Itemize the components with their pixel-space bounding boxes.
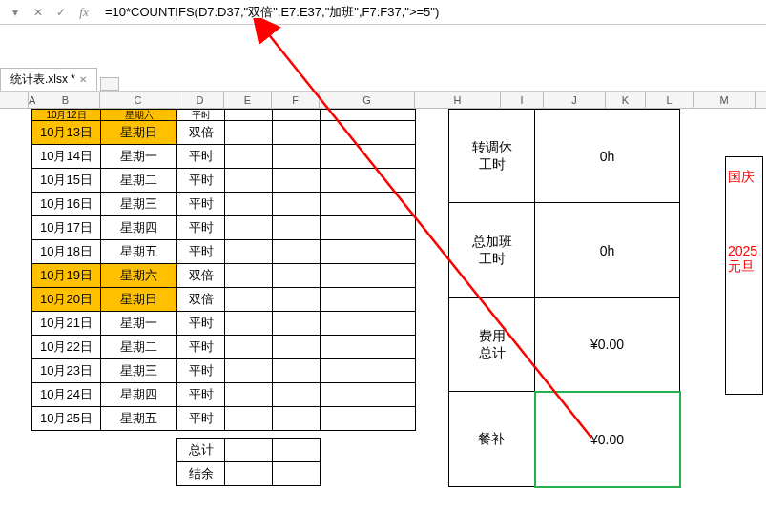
cell[interactable] [273,216,321,240]
cell[interactable] [321,216,416,240]
col-header-I[interactable]: I [501,92,544,108]
cell-date[interactable]: 10月16日 [32,193,101,216]
cell[interactable] [321,169,416,193]
table-row[interactable]: 10月14日 星期一 平时 [32,145,416,169]
summary-label-cost-total[interactable]: 费用 总计 [449,298,535,392]
summary-value-transfer-hours[interactable]: 0h [535,110,680,203]
workbook-tab[interactable]: 统计表.xlsx * ✕ [0,68,97,91]
cell[interactable] [225,407,273,431]
cell[interactable] [273,240,321,264]
cancel-icon[interactable]: ✕ [31,5,46,20]
cell[interactable] [273,336,321,359]
cell-date[interactable]: 10月15日 [32,169,101,193]
cell[interactable] [225,383,273,407]
table-row[interactable]: 10月18日 星期五 平时 [32,240,416,264]
cell[interactable] [273,359,321,383]
table-row[interactable]: 10月19日 星期六 双倍 [32,264,416,288]
col-header-D[interactable]: D [176,92,224,108]
cell[interactable] [273,462,321,486]
cell-type[interactable]: 平时 [177,240,225,264]
cell-date[interactable]: 10月12日 [32,110,101,121]
cell-weekday[interactable]: 星期日 [101,121,177,145]
cell-type[interactable]: 平时 [177,169,225,193]
cell-type[interactable]: 双倍 [177,121,225,145]
cell-date[interactable]: 10月25日 [32,407,101,431]
cell[interactable] [225,288,273,312]
cell[interactable] [321,312,416,336]
cell[interactable] [321,264,416,288]
table-row[interactable]: 10月21日 星期一 平时 [32,312,416,336]
summary-label-meal[interactable]: 餐补 [449,392,535,487]
cell-type[interactable]: 平时 [177,193,225,216]
table-row[interactable]: 10月23日 星期三 平时 [32,359,416,383]
cell-type[interactable]: 平时 [177,216,225,240]
table-row[interactable]: 10月12日 星期六 平时 [32,110,416,121]
table-row[interactable]: 10月24日 星期四 平时 [32,383,416,407]
select-all-corner[interactable] [0,92,29,108]
col-header-L[interactable]: L [646,92,694,108]
cell-date[interactable]: 10月18日 [32,240,101,264]
cell[interactable] [225,264,273,288]
cell[interactable] [321,383,416,407]
summary-value-cost-total[interactable]: ¥0.00 [535,298,680,392]
cell-weekday[interactable]: 星期六 [101,110,177,121]
cell[interactable] [321,288,416,312]
table-row[interactable]: 10月17日 星期四 平时 [32,216,416,240]
cell[interactable] [225,336,273,359]
cell[interactable] [321,240,416,264]
cell[interactable] [273,439,321,462]
dropdown-icon[interactable]: ▾ [8,5,23,20]
col-header-G[interactable]: G [320,92,415,108]
summary-label-transfer-hours[interactable]: 转调休 工时 [449,110,535,203]
cell-type[interactable]: 平时 [177,110,225,121]
cell-weekday[interactable]: 星期一 [101,145,177,169]
cell-type[interactable]: 双倍 [177,264,225,288]
col-header-M[interactable]: M [694,92,756,108]
cell-date[interactable]: 10月19日 [32,264,101,288]
cell[interactable] [225,145,273,169]
cell-type[interactable]: 平时 [177,336,225,359]
cell[interactable] [321,193,416,216]
cell-type[interactable]: 平时 [177,359,225,383]
summary-value-overtime-hours[interactable]: 0h [535,203,680,298]
cell[interactable] [273,121,321,145]
cell[interactable] [321,407,416,431]
cell[interactable] [273,407,321,431]
side-note-box[interactable]: 国庆 2025 元旦 [725,156,763,395]
cell-weekday[interactable]: 星期三 [101,193,177,216]
cell[interactable] [321,336,416,359]
cell[interactable] [225,121,273,145]
tab-extra-box[interactable] [100,77,119,91]
cell-weekday[interactable]: 星期二 [101,336,177,359]
close-icon[interactable]: ✕ [79,74,87,85]
cell[interactable] [321,110,416,121]
col-header-C[interactable]: C [100,92,176,108]
cell-type[interactable]: 平时 [177,407,225,431]
table-row[interactable]: 结余 [177,462,321,486]
cell-weekday[interactable]: 星期一 [101,312,177,336]
cell[interactable] [273,169,321,193]
cell[interactable] [273,383,321,407]
cell-date[interactable]: 10月21日 [32,312,101,336]
confirm-icon[interactable]: ✓ [53,5,69,20]
col-header-H[interactable]: H [415,92,501,108]
table-row[interactable]: 10月15日 星期二 平时 [32,169,416,193]
col-header-J[interactable]: J [544,92,606,108]
cell[interactable] [225,439,273,462]
cell-type[interactable]: 平时 [177,383,225,407]
cell-date[interactable]: 10月23日 [32,359,101,383]
cell-date[interactable]: 10月13日 [32,121,101,145]
cell[interactable] [225,169,273,193]
cell-weekday[interactable]: 星期三 [101,359,177,383]
cell-weekday[interactable]: 星期四 [101,383,177,407]
summary-value-meal[interactable]: ¥0.00 [535,392,680,487]
cell[interactable] [273,193,321,216]
cell-weekday[interactable]: 星期五 [101,407,177,431]
cell[interactable] [225,462,273,486]
cell[interactable] [225,110,273,121]
cell[interactable] [225,359,273,383]
col-header-K[interactable]: K [606,92,646,108]
cell[interactable] [225,240,273,264]
cell-date[interactable]: 10月17日 [32,216,101,240]
cell[interactable] [273,312,321,336]
